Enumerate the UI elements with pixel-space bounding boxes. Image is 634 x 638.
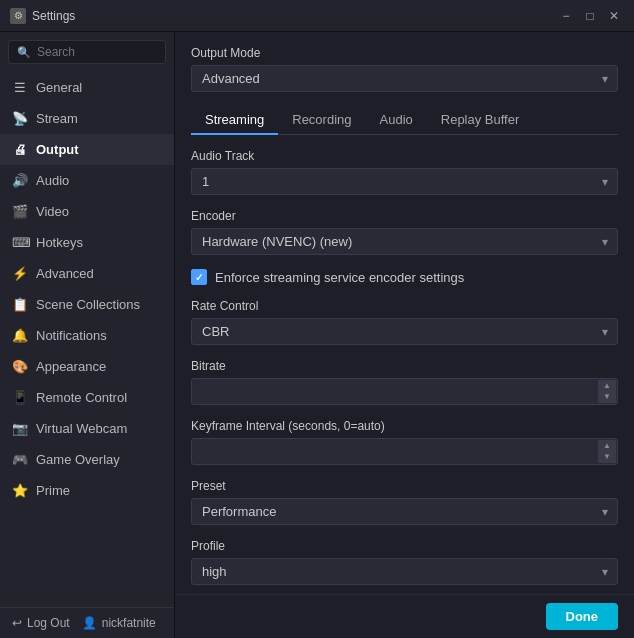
sidebar-item-label: Stream [36, 111, 78, 126]
sidebar-items: ☰ General 📡 Stream 🖨 Output 🔊 Audio 🎬 Vi [0, 72, 174, 607]
rate-control-select[interactable]: CBR VBR ABR CQP [191, 318, 618, 345]
output-mode-wrapper: Advanced Simple [191, 65, 618, 92]
titlebar-controls: − □ ✕ [556, 6, 624, 26]
footer-bar: Done [175, 594, 634, 638]
tab-recording[interactable]: Recording [278, 106, 365, 135]
bitrate-up-button[interactable]: ▲ [598, 380, 616, 392]
enforce-checkbox-row[interactable]: ✓ Enforce streaming service encoder sett… [191, 269, 618, 285]
audio-track-select[interactable]: 1 2 3 4 5 6 [191, 168, 618, 195]
keyframe-spinners: ▲ ▼ [598, 440, 616, 463]
sidebar-item-stream[interactable]: 📡 Stream [0, 103, 174, 134]
sidebar: 🔍 ☰ General 📡 Stream 🖨 Output 🔊 Audio [0, 32, 175, 638]
sidebar-item-appearance[interactable]: 🎨 Appearance [0, 351, 174, 382]
sidebar-footer: ↩ Log Out 👤 nickfatnite [0, 607, 174, 638]
keyframe-wrapper: 0 ▲ ▼ [191, 438, 618, 465]
output-mode-select[interactable]: Advanced Simple [191, 65, 618, 92]
titlebar-left: ⚙ Settings [10, 8, 75, 24]
sidebar-item-game-overlay[interactable]: 🎮 Game Overlay [0, 444, 174, 475]
sidebar-item-notifications[interactable]: 🔔 Notifications [0, 320, 174, 351]
keyframe-down-button[interactable]: ▼ [598, 452, 616, 464]
content-inner: Output Mode Advanced Simple Streaming Re… [175, 32, 634, 594]
sidebar-item-label: Hotkeys [36, 235, 83, 250]
prime-icon: ⭐ [12, 483, 28, 498]
logout-label: Log Out [27, 616, 70, 630]
search-box[interactable]: 🔍 [8, 40, 166, 64]
sidebar-item-prime[interactable]: ⭐ Prime [0, 475, 174, 506]
logout-button[interactable]: ↩ Log Out [12, 616, 70, 630]
encoder-wrapper: Hardware (NVENC) (new) Software (x264) H… [191, 228, 618, 255]
sidebar-item-label: Video [36, 204, 69, 219]
sidebar-item-label: Game Overlay [36, 452, 120, 467]
hotkeys-icon: ⌨ [12, 235, 28, 250]
encoder-select[interactable]: Hardware (NVENC) (new) Software (x264) H… [191, 228, 618, 255]
remote-control-icon: 📱 [12, 390, 28, 405]
main-layout: 🔍 ☰ General 📡 Stream 🖨 Output 🔊 Audio [0, 32, 634, 638]
sidebar-item-label: General [36, 80, 82, 95]
sidebar-item-video[interactable]: 🎬 Video [0, 196, 174, 227]
done-button[interactable]: Done [546, 603, 619, 630]
user-icon: 👤 [82, 616, 97, 630]
audio-track-wrapper: 1 2 3 4 5 6 [191, 168, 618, 195]
bitrate-wrapper: 6000 ▲ ▼ [191, 378, 618, 405]
sidebar-item-advanced[interactable]: ⚡ Advanced [0, 258, 174, 289]
profile-wrapper: high main baseline [191, 558, 618, 585]
sidebar-item-label: Advanced [36, 266, 94, 281]
audio-track-label: Audio Track [191, 149, 618, 163]
preset-select[interactable]: Performance Quality Balanced Low Latency [191, 498, 618, 525]
output-mode-label: Output Mode [191, 46, 618, 60]
notifications-icon: 🔔 [12, 328, 28, 343]
general-icon: ☰ [12, 80, 28, 95]
enforce-checkbox[interactable]: ✓ [191, 269, 207, 285]
appearance-icon: 🎨 [12, 359, 28, 374]
bitrate-input[interactable]: 6000 [191, 378, 618, 405]
sidebar-item-remote-control[interactable]: 📱 Remote Control [0, 382, 174, 413]
sidebar-item-hotkeys[interactable]: ⌨ Hotkeys [0, 227, 174, 258]
titlebar: ⚙ Settings − □ ✕ [0, 0, 634, 32]
keyframe-input[interactable]: 0 [191, 438, 618, 465]
close-button[interactable]: ✕ [604, 6, 624, 26]
rate-control-label: Rate Control [191, 299, 618, 313]
preset-label: Preset [191, 479, 618, 493]
bitrate-spinners: ▲ ▼ [598, 380, 616, 403]
preset-wrapper: Performance Quality Balanced Low Latency [191, 498, 618, 525]
stream-icon: 📡 [12, 111, 28, 126]
sidebar-item-label: Audio [36, 173, 69, 188]
audio-icon: 🔊 [12, 173, 28, 188]
advanced-icon: ⚡ [12, 266, 28, 281]
keyframe-up-button[interactable]: ▲ [598, 440, 616, 452]
rate-control-wrapper: CBR VBR ABR CQP [191, 318, 618, 345]
sidebar-item-label: Appearance [36, 359, 106, 374]
settings-icon: ⚙ [10, 8, 26, 24]
tab-replay-buffer[interactable]: Replay Buffer [427, 106, 534, 135]
titlebar-title: Settings [32, 9, 75, 23]
video-icon: 🎬 [12, 204, 28, 219]
sidebar-item-label: Prime [36, 483, 70, 498]
sidebar-item-label: Output [36, 142, 79, 157]
minimize-button[interactable]: − [556, 6, 576, 26]
content-area: Output Mode Advanced Simple Streaming Re… [175, 32, 634, 638]
sidebar-item-scene-collections[interactable]: 📋 Scene Collections [0, 289, 174, 320]
output-tabs: Streaming Recording Audio Replay Buffer [191, 106, 618, 135]
checkmark-icon: ✓ [195, 272, 203, 283]
sidebar-item-label: Virtual Webcam [36, 421, 127, 436]
tab-audio[interactable]: Audio [366, 106, 427, 135]
game-overlay-icon: 🎮 [12, 452, 28, 467]
scene-collections-icon: 📋 [12, 297, 28, 312]
sidebar-item-audio[interactable]: 🔊 Audio [0, 165, 174, 196]
user-profile-button[interactable]: 👤 nickfatnite [82, 616, 156, 630]
search-input[interactable] [37, 45, 157, 59]
sidebar-item-general[interactable]: ☰ General [0, 72, 174, 103]
output-icon: 🖨 [12, 142, 28, 157]
maximize-button[interactable]: □ [580, 6, 600, 26]
logout-icon: ↩ [12, 616, 22, 630]
tab-streaming[interactable]: Streaming [191, 106, 278, 135]
sidebar-item-output[interactable]: 🖨 Output [0, 134, 174, 165]
bitrate-label: Bitrate [191, 359, 618, 373]
sidebar-item-label: Notifications [36, 328, 107, 343]
keyframe-label: Keyframe Interval (seconds, 0=auto) [191, 419, 618, 433]
sidebar-item-virtual-webcam[interactable]: 📷 Virtual Webcam [0, 413, 174, 444]
bitrate-down-button[interactable]: ▼ [598, 392, 616, 404]
encoder-label: Encoder [191, 209, 618, 223]
profile-select[interactable]: high main baseline [191, 558, 618, 585]
search-icon: 🔍 [17, 46, 31, 59]
